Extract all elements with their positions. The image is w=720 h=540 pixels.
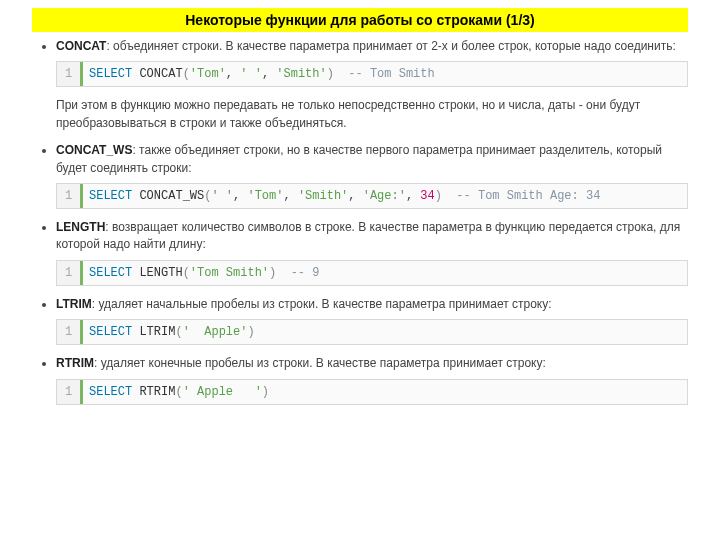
- string-literal: ' Apple': [183, 325, 248, 339]
- keyword: SELECT: [89, 325, 139, 339]
- list-item: RTRIM: удаляет конечные пробелы из строк…: [56, 355, 688, 404]
- string-literal: ' Apple ': [183, 385, 262, 399]
- arg-separator: ,: [406, 189, 420, 203]
- line-number: 1: [57, 261, 83, 285]
- string-literal: ' ': [211, 189, 233, 203]
- line-number: 1: [57, 380, 83, 404]
- item-description: LENGTH: возвращает количество символов в…: [56, 219, 688, 254]
- arg-separator: ,: [283, 189, 297, 203]
- string-literal: 'Tom': [247, 189, 283, 203]
- description-text: : удаляет начальные пробелы из строки. В…: [92, 297, 552, 311]
- item-description: LTRIM: удаляет начальные пробелы из стро…: [56, 296, 688, 313]
- function-name: CONCAT: [139, 67, 182, 81]
- function-title: LTRIM: [56, 297, 92, 311]
- line-number: 1: [57, 184, 83, 208]
- paren-close: ): [435, 189, 442, 203]
- list-item: CONCAT_WS: также объединяет строки, но в…: [56, 142, 688, 209]
- comment: -- Tom Smith Age: 34: [442, 189, 600, 203]
- list-item: LENGTH: возвращает количество символов в…: [56, 219, 688, 286]
- list-item: LTRIM: удаляет начальные пробелы из стро…: [56, 296, 688, 345]
- code-line: SELECT RTRIM(' Apple '): [83, 380, 275, 404]
- string-literal: 'Smith': [298, 189, 348, 203]
- string-literal: ' ': [240, 67, 262, 81]
- code-line: SELECT LTRIM(' Apple'): [83, 320, 261, 344]
- list-item: CONCAT: объединяет строки. В качестве па…: [56, 38, 688, 132]
- function-title: CONCAT_WS: [56, 143, 132, 157]
- keyword: SELECT: [89, 385, 139, 399]
- function-name: RTRIM: [139, 385, 175, 399]
- code-line: SELECT LENGTH('Tom Smith') -- 9: [83, 261, 325, 285]
- keyword: SELECT: [89, 266, 139, 280]
- paren-close: ): [262, 385, 269, 399]
- function-title: LENGTH: [56, 220, 105, 234]
- function-title: RTRIM: [56, 356, 94, 370]
- code-line: SELECT CONCAT('Tom', ' ', 'Smith') -- To…: [83, 62, 441, 86]
- paren-close: ): [327, 67, 334, 81]
- string-literal: 'Smith': [276, 67, 326, 81]
- keyword: SELECT: [89, 67, 139, 81]
- description-text: : объединяет строки. В качестве параметр…: [106, 39, 675, 53]
- arg-separator: ,: [348, 189, 362, 203]
- string-literal: 'Age:': [363, 189, 406, 203]
- paren-open: (: [183, 266, 190, 280]
- keyword: SELECT: [89, 189, 139, 203]
- code-line: SELECT CONCAT_WS(' ', 'Tom', 'Smith', 'A…: [83, 184, 606, 208]
- arg-separator: ,: [226, 67, 240, 81]
- number-literal: 34: [420, 189, 434, 203]
- line-number: 1: [57, 62, 83, 86]
- comment: -- 9: [276, 266, 319, 280]
- comment: -- Tom Smith: [334, 67, 435, 81]
- item-description: CONCAT_WS: также объединяет строки, но в…: [56, 142, 688, 177]
- note-text: При этом в функцию можно передавать не т…: [56, 97, 688, 132]
- code-block: 1SELECT RTRIM(' Apple '): [56, 379, 688, 405]
- string-literal: 'Tom Smith': [190, 266, 269, 280]
- line-number: 1: [57, 320, 83, 344]
- code-block: 1SELECT CONCAT_WS(' ', 'Tom', 'Smith', '…: [56, 183, 688, 209]
- paren-open: (: [175, 325, 182, 339]
- description-text: : удаляет конечные пробелы из строки. В …: [94, 356, 546, 370]
- paren-close: ): [247, 325, 254, 339]
- item-description: RTRIM: удаляет конечные пробелы из строк…: [56, 355, 688, 372]
- paren-open: (: [183, 67, 190, 81]
- arg-separator: ,: [233, 189, 247, 203]
- paren-open: (: [175, 385, 182, 399]
- description-text: : возвращает количество символов в строк…: [56, 220, 680, 251]
- function-list: CONCAT: объединяет строки. В качестве па…: [0, 38, 720, 405]
- description-text: : также объединяет строки, но в качестве…: [56, 143, 662, 174]
- code-block: 1SELECT LTRIM(' Apple'): [56, 319, 688, 345]
- item-description: CONCAT: объединяет строки. В качестве па…: [56, 38, 688, 55]
- function-name: LTRIM: [139, 325, 175, 339]
- code-block: 1SELECT LENGTH('Tom Smith') -- 9: [56, 260, 688, 286]
- function-name: LENGTH: [139, 266, 182, 280]
- arg-separator: ,: [262, 67, 276, 81]
- function-title: CONCAT: [56, 39, 106, 53]
- code-block: 1SELECT CONCAT('Tom', ' ', 'Smith') -- T…: [56, 61, 688, 87]
- string-literal: 'Tom': [190, 67, 226, 81]
- page-title: Некоторые функции для работы со строками…: [32, 8, 688, 32]
- function-name: CONCAT_WS: [139, 189, 204, 203]
